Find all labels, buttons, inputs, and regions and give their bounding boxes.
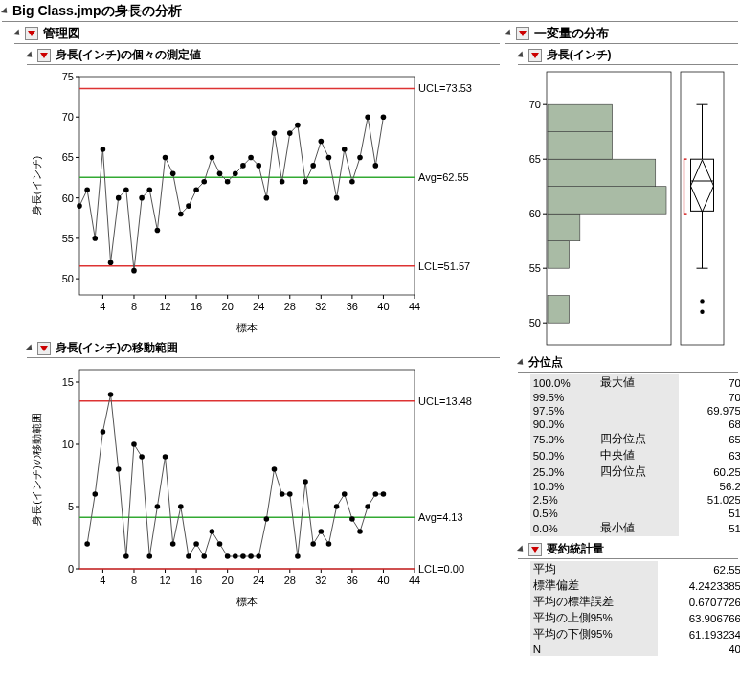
options-menu-icon[interactable] xyxy=(528,543,542,556)
svg-text:32: 32 xyxy=(315,301,326,312)
summary-stat-val: 62.55 xyxy=(658,561,740,577)
svg-point-70 xyxy=(303,179,308,185)
svg-text:UCL=13.48: UCL=13.48 xyxy=(418,395,472,407)
svg-text:4: 4 xyxy=(100,575,105,586)
svg-point-122 xyxy=(101,429,106,435)
svg-text:70: 70 xyxy=(62,111,74,123)
disclosure-icon[interactable] xyxy=(505,29,513,37)
options-menu-icon[interactable] xyxy=(37,49,51,62)
svg-text:28: 28 xyxy=(284,575,296,586)
quantile-val: 69.975 xyxy=(679,404,740,418)
svg-rect-173 xyxy=(548,296,570,324)
svg-text:60: 60 xyxy=(528,208,540,219)
svg-text:Avg=4.13: Avg=4.13 xyxy=(418,511,463,523)
svg-point-69 xyxy=(295,123,301,128)
disclosure-icon[interactable] xyxy=(1,7,10,15)
quantile-name: 四分位点 xyxy=(597,463,679,480)
svg-point-120 xyxy=(84,541,90,547)
svg-text:65: 65 xyxy=(528,153,540,165)
svg-point-80 xyxy=(381,114,387,120)
quantile-name xyxy=(597,493,679,507)
svg-point-130 xyxy=(163,454,168,460)
summary-stat-val: 61.193234 xyxy=(658,626,740,643)
svg-point-41 xyxy=(77,203,82,209)
svg-text:5: 5 xyxy=(68,501,74,512)
svg-text:36: 36 xyxy=(347,301,358,312)
svg-text:UCL=73.53: UCL=73.53 xyxy=(418,82,472,94)
options-menu-icon[interactable] xyxy=(25,27,38,40)
summary-stat-val: 63.906766 xyxy=(658,610,740,626)
svg-point-153 xyxy=(342,491,348,497)
options-menu-icon[interactable] xyxy=(528,49,542,62)
svg-point-189 xyxy=(700,310,704,314)
quantile-pct: 0.0% xyxy=(530,520,597,536)
svg-point-71 xyxy=(310,163,316,169)
svg-rect-180 xyxy=(548,104,613,132)
svg-text:10: 10 xyxy=(62,439,74,450)
svg-rect-176 xyxy=(548,214,580,241)
svg-point-121 xyxy=(92,491,98,497)
summary-stat-name: 平均の下側95% xyxy=(530,626,658,643)
svg-point-135 xyxy=(201,553,207,559)
quantile-name xyxy=(597,480,679,493)
quantile-name xyxy=(597,507,679,520)
summary-stat-name: 平均の標準誤差 xyxy=(530,594,658,610)
svg-point-42 xyxy=(84,187,90,192)
svg-point-61 xyxy=(233,171,238,177)
svg-point-134 xyxy=(193,541,199,547)
svg-text:身長(インチ)の移動範囲: 身長(インチ)の移動範囲 xyxy=(31,413,42,525)
dist-var-title: 身長(インチ) xyxy=(547,47,612,63)
svg-rect-0 xyxy=(79,77,415,295)
svg-text:12: 12 xyxy=(159,575,170,586)
disclosure-icon[interactable] xyxy=(26,51,34,59)
svg-point-75 xyxy=(342,147,348,152)
svg-point-123 xyxy=(108,392,114,397)
svg-point-137 xyxy=(217,541,223,547)
disclosure-icon[interactable] xyxy=(517,51,526,59)
quantile-pct: 100.0% xyxy=(530,374,597,391)
svg-point-78 xyxy=(365,114,370,120)
options-menu-icon[interactable] xyxy=(37,342,51,355)
disclosure-icon[interactable] xyxy=(517,358,526,367)
svg-text:4: 4 xyxy=(100,301,105,312)
main-title: Big Class.jmpの身長の分析 xyxy=(12,3,182,20)
svg-rect-186 xyxy=(690,159,713,211)
quantile-name xyxy=(597,418,679,431)
summary-stat-name: N xyxy=(530,643,658,656)
quantile-val: 68 xyxy=(679,418,740,431)
options-menu-icon[interactable] xyxy=(516,27,529,40)
disclosure-icon[interactable] xyxy=(26,344,34,352)
summary-stat-val: 40 xyxy=(658,643,740,656)
svg-point-51 xyxy=(155,228,161,234)
disclosure-icon[interactable] xyxy=(13,29,22,37)
svg-point-66 xyxy=(272,130,278,136)
quantile-pct: 0.5% xyxy=(530,507,597,520)
quantile-pct: 97.5% xyxy=(530,404,597,418)
svg-point-125 xyxy=(123,553,129,559)
svg-text:32: 32 xyxy=(315,575,326,586)
svg-text:60: 60 xyxy=(62,192,74,204)
quantile-val: 51 xyxy=(679,507,740,520)
svg-point-129 xyxy=(155,504,161,509)
svg-text:Avg=62.55: Avg=62.55 xyxy=(418,171,469,183)
summary-stat-name: 平均 xyxy=(530,561,658,577)
svg-text:44: 44 xyxy=(409,301,420,312)
quantile-pct: 75.0% xyxy=(530,431,597,447)
svg-point-156 xyxy=(365,504,370,509)
svg-point-77 xyxy=(357,155,363,161)
svg-text:24: 24 xyxy=(253,301,264,312)
svg-text:44: 44 xyxy=(409,575,420,586)
svg-point-67 xyxy=(280,179,285,185)
quantile-name: 中央値 xyxy=(597,447,679,463)
svg-point-56 xyxy=(193,187,199,192)
svg-point-54 xyxy=(178,212,184,217)
svg-text:55: 55 xyxy=(528,262,540,274)
svg-point-58 xyxy=(210,155,215,161)
svg-point-74 xyxy=(334,195,340,201)
disclosure-icon[interactable] xyxy=(517,545,526,553)
svg-point-139 xyxy=(233,553,238,559)
quantiles-table: 100.0%最大値7099.5%7097.5%69.97590.0%6875.0… xyxy=(530,374,740,536)
quantile-pct: 10.0% xyxy=(530,480,597,493)
svg-rect-177 xyxy=(548,187,666,215)
svg-point-59 xyxy=(217,171,223,177)
